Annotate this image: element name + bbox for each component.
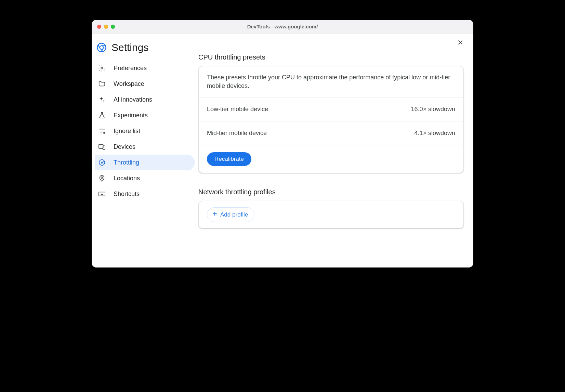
sidebar-item-devices[interactable]: Devices xyxy=(95,139,195,155)
sidebar-item-label: Workspace xyxy=(114,80,144,88)
svg-point-2 xyxy=(101,67,103,69)
filter-x-icon xyxy=(98,127,106,135)
sidebar-item-label: Preferences xyxy=(114,65,147,72)
content: Settings Preferences xyxy=(92,34,473,267)
sidebar-nav: Preferences Workspace xyxy=(95,60,195,202)
sidebar-item-ai-innovations[interactable]: AI innovations xyxy=(95,92,195,107)
sidebar-item-label: Throttling xyxy=(114,159,139,166)
titlebar: DevTools - www.google.com/ xyxy=(92,20,473,34)
main-panel: CPU throttling presets These presets thr… xyxy=(198,34,473,267)
sidebar-item-throttling[interactable]: Throttling xyxy=(95,155,195,170)
minimize-window-button[interactable] xyxy=(104,25,108,29)
network-throttling-section: Network throttling profiles Add profile xyxy=(198,188,464,228)
maximize-window-button[interactable] xyxy=(111,25,115,29)
cpu-preset-row: Mid-tier mobile device 4.1× slowdown xyxy=(199,121,463,145)
sidebar: Settings Preferences xyxy=(92,34,198,267)
close-window-button[interactable] xyxy=(97,25,101,29)
devices-icon xyxy=(98,143,106,151)
sidebar-item-label: Ignore list xyxy=(114,128,140,135)
add-profile-button[interactable]: Add profile xyxy=(207,207,254,222)
svg-rect-3 xyxy=(99,145,103,148)
plus-icon xyxy=(211,210,218,219)
add-profile-label: Add profile xyxy=(220,211,248,218)
recalibrate-button[interactable]: Recalibrate xyxy=(207,152,251,166)
sidebar-item-locations[interactable]: Locations xyxy=(95,170,195,186)
sidebar-header: Settings xyxy=(95,40,195,60)
chrome-icon xyxy=(96,42,107,53)
sidebar-item-shortcuts[interactable]: Shortcuts xyxy=(95,186,195,202)
sidebar-item-label: AI innovations xyxy=(114,96,152,103)
cpu-preset-row: Low-tier mobile device 16.0× slowdown xyxy=(199,97,463,121)
sidebar-item-workspace[interactable]: Workspace xyxy=(95,76,195,92)
window-title: DevTools - www.google.com/ xyxy=(92,24,473,29)
sidebar-item-experiments[interactable]: Experiments xyxy=(95,107,195,123)
cpu-section-title: CPU throttling presets xyxy=(198,53,464,61)
network-profiles-card: Add profile xyxy=(198,201,464,228)
sidebar-item-label: Devices xyxy=(114,143,135,151)
flask-icon xyxy=(98,111,106,119)
cpu-presets-description: These presets throttle your CPU to appro… xyxy=(199,66,463,97)
cpu-action-row: Recalibrate xyxy=(199,145,463,173)
devtools-window: DevTools - www.google.com/ Settings xyxy=(92,20,473,267)
svg-rect-7 xyxy=(99,192,105,196)
sidebar-item-ignore-list[interactable]: Ignore list xyxy=(95,123,195,139)
preset-label: Mid-tier mobile device xyxy=(207,130,267,137)
keyboard-icon xyxy=(98,190,106,198)
preset-value: 4.1× slowdown xyxy=(414,130,455,137)
svg-point-6 xyxy=(101,177,103,179)
network-section-title: Network throttling profiles xyxy=(198,188,464,196)
gear-icon xyxy=(98,64,106,72)
traffic-lights xyxy=(97,25,115,29)
sidebar-item-label: Experiments xyxy=(114,112,148,119)
cpu-throttling-section: CPU throttling presets These presets thr… xyxy=(198,53,464,173)
gauge-icon xyxy=(98,158,106,167)
sidebar-item-preferences[interactable]: Preferences xyxy=(95,60,195,76)
preset-label: Low-tier mobile device xyxy=(207,106,268,113)
sparkle-icon xyxy=(98,95,106,104)
close-settings-button[interactable] xyxy=(455,37,466,48)
preset-value: 16.0× slowdown xyxy=(411,106,455,113)
folder-icon xyxy=(98,80,106,88)
cpu-presets-card: These presets throttle your CPU to appro… xyxy=(198,66,464,173)
sidebar-item-label: Shortcuts xyxy=(114,191,140,198)
sidebar-item-label: Locations xyxy=(114,175,140,182)
location-icon xyxy=(98,174,106,182)
svg-point-5 xyxy=(102,162,103,164)
settings-title: Settings xyxy=(111,42,148,53)
